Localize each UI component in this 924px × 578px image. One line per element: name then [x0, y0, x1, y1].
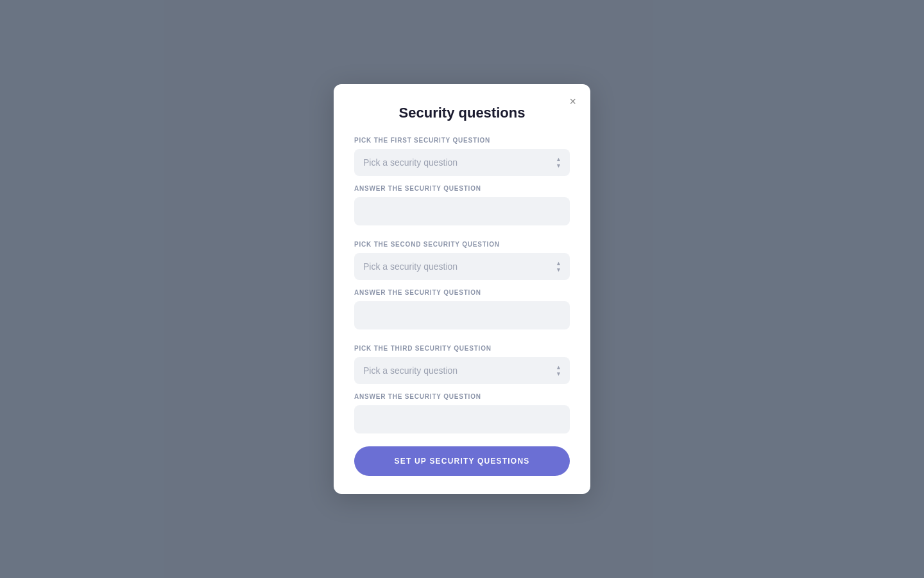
second-question-section: PICK THE SECOND SECURITY QUESTION Pick a… [354, 241, 570, 342]
third-question-label: PICK THE THIRD SECURITY QUESTION [354, 345, 570, 352]
modal-title: Security questions [354, 105, 570, 121]
first-question-select-wrapper: Pick a security question ▲ ▼ [354, 149, 570, 176]
security-questions-modal: × Security questions PICK THE FIRST SECU… [334, 84, 590, 494]
first-answer-input[interactable] [354, 197, 570, 225]
first-question-select[interactable]: Pick a security question [354, 149, 570, 176]
third-answer-label: ANSWER THE SECURITY QUESTION [354, 393, 570, 400]
first-answer-label: ANSWER THE SECURITY QUESTION [354, 185, 570, 192]
first-question-section: PICK THE FIRST SECURITY QUESTION Pick a … [354, 137, 570, 238]
third-answer-input[interactable] [354, 405, 570, 434]
close-button[interactable]: × [565, 93, 580, 110]
second-answer-label: ANSWER THE SECURITY QUESTION [354, 289, 570, 296]
modal-overlay: × Security questions PICK THE FIRST SECU… [0, 0, 924, 578]
submit-button[interactable]: SET UP SECURITY QUESTIONS [354, 446, 570, 476]
first-question-label: PICK THE FIRST SECURITY QUESTION [354, 137, 570, 144]
third-question-select[interactable]: Pick a security question [354, 357, 570, 384]
second-question-label: PICK THE SECOND SECURITY QUESTION [354, 241, 570, 248]
second-answer-input[interactable] [354, 301, 570, 329]
third-question-section: PICK THE THIRD SECURITY QUESTION Pick a … [354, 345, 570, 441]
second-question-select-wrapper: Pick a security question ▲ ▼ [354, 253, 570, 280]
second-question-select[interactable]: Pick a security question [354, 253, 570, 280]
third-question-select-wrapper: Pick a security question ▲ ▼ [354, 357, 570, 384]
